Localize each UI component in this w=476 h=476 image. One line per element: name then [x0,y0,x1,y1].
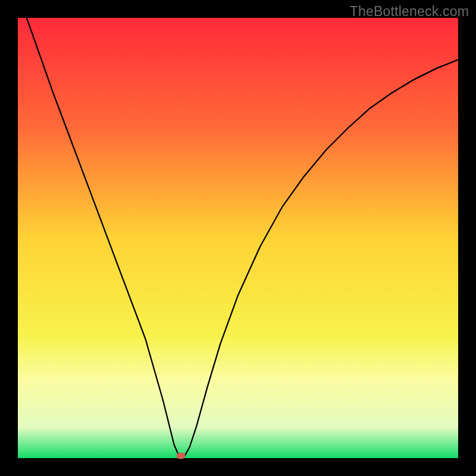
background-gradient [18,18,458,458]
svg-rect-0 [18,18,458,458]
chart-frame: TheBottleneck.com [0,0,476,476]
optimal-point-marker [176,453,185,459]
plot-area [18,18,458,458]
watermark-text: TheBottleneck.com [350,4,469,20]
